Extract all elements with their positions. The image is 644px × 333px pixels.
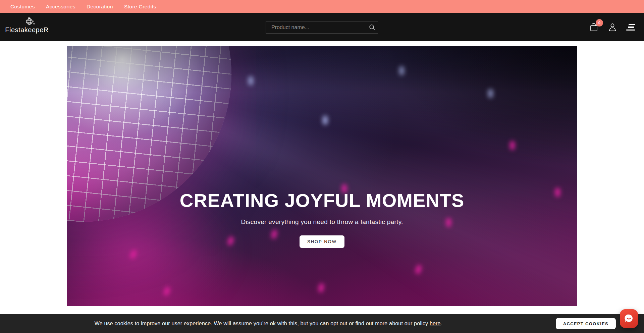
- cart-count-badge: 0: [596, 19, 603, 26]
- cookie-policy-link[interactable]: here: [430, 321, 441, 326]
- disco-ball-icon: [25, 17, 35, 26]
- hero-content: CREATING JOYFUL MOMENTS Discover everyth…: [67, 189, 577, 248]
- cart-button[interactable]: 0: [589, 22, 599, 32]
- user-icon: [608, 22, 617, 32]
- hamburger-menu-icon: [629, 24, 635, 25]
- bokeh-light: [163, 286, 171, 296]
- logo-text: FiestakeepeR: [5, 26, 48, 34]
- nav-item-accessories[interactable]: Accessories: [46, 4, 75, 10]
- hamburger-menu-button[interactable]: [626, 24, 635, 31]
- bokeh-light: [415, 264, 422, 274]
- bokeh-light: [129, 249, 138, 260]
- search-box: [266, 21, 378, 34]
- bokeh-light: [248, 76, 253, 85]
- nav-item-decoration[interactable]: Decoration: [87, 4, 113, 10]
- nav-item-costumes[interactable]: Costumes: [10, 4, 35, 10]
- bokeh-light: [488, 89, 493, 98]
- chat-bubble-icon: [624, 314, 634, 324]
- search-button[interactable]: [366, 21, 378, 33]
- search-input[interactable]: [266, 24, 366, 31]
- bokeh-light: [318, 283, 324, 293]
- hero-banner: CREATING JOYFUL MOMENTS Discover everyth…: [67, 46, 577, 306]
- bokeh-light: [399, 66, 404, 75]
- top-promo-bar: Costumes Accessories Decoration Store Cr…: [0, 0, 644, 13]
- account-button[interactable]: [608, 22, 617, 32]
- hero-subtitle: Discover everything you need to throw a …: [241, 218, 403, 226]
- main-header: FiestakeepeR 0: [0, 13, 644, 41]
- cookie-message: We use cookies to improve our user exper…: [95, 321, 442, 327]
- logo[interactable]: FiestakeepeR: [8, 17, 45, 34]
- hero-title: CREATING JOYFUL MOMENTS: [180, 189, 465, 212]
- header-icon-group: 0: [589, 13, 635, 41]
- accept-cookies-button[interactable]: ACCEPT COOKIES: [556, 318, 616, 329]
- nav-item-store-credits[interactable]: Store Credits: [124, 4, 156, 10]
- search-icon: [369, 24, 375, 31]
- chat-widget-button[interactable]: [620, 309, 638, 328]
- bokeh-light: [323, 116, 328, 125]
- shop-now-button[interactable]: SHOP NOW: [300, 235, 344, 248]
- bokeh-light: [510, 141, 515, 150]
- cookie-consent-bar: We use cookies to improve our user exper…: [0, 314, 644, 333]
